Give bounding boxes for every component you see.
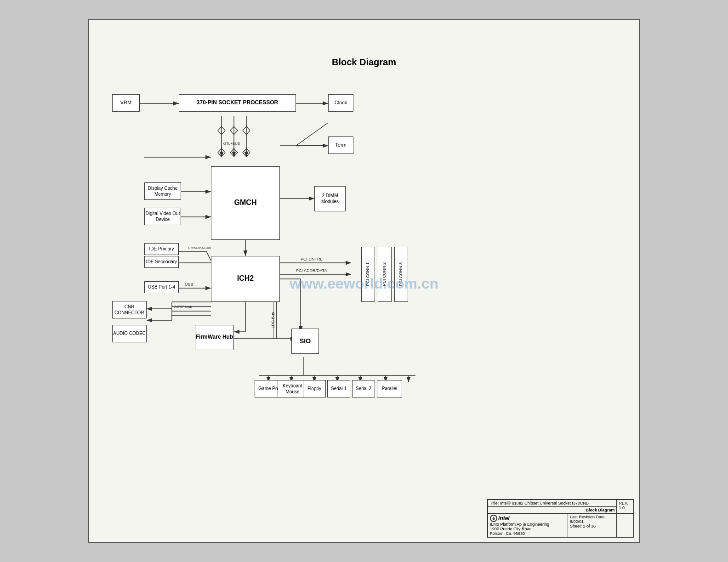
svg-text:UltraDMA/100: UltraDMA/100 <box>188 246 211 250</box>
processor-block: 370-PIN SOCKET PROCESSOR <box>179 94 296 112</box>
pci-conn2-block: PCI CONN 2 <box>378 247 392 302</box>
dimm-block: 2 DIMM Modules <box>314 186 346 211</box>
clock-block: Clock <box>328 94 353 112</box>
svg-text:PCI ADDR/DATA: PCI ADDR/DATA <box>296 268 327 273</box>
gmch-block: GMCH <box>211 166 280 240</box>
svg-marker-13 <box>230 126 238 135</box>
diagram-area: www.eeworld.com.cn <box>98 77 630 490</box>
display-cache-block: Display Cache Memory <box>144 182 181 200</box>
svg-marker-20 <box>230 148 238 157</box>
vrm-block: VRM <box>112 94 140 112</box>
svg-line-22 <box>296 123 328 146</box>
cnr-block: CNR CONNECTOR <box>112 301 147 318</box>
intel-logo: e intel <box>490 515 566 522</box>
svg-marker-21 <box>243 148 250 157</box>
pci-conn1-block: PCI CONN 1 <box>361 247 375 302</box>
ich2-block: ICH2 <box>211 256 280 302</box>
audio-block: AUDIO CODEC <box>112 325 147 342</box>
firmware-block: FirmWare Hub <box>195 325 234 350</box>
svg-text:GTL+BUS: GTL+BUS <box>223 142 240 146</box>
term-block: Term <box>328 136 353 154</box>
serial2-block: Serial 2 <box>352 380 375 397</box>
svg-line-30 <box>206 251 211 261</box>
ide-secondary-block: IDE Secondary <box>144 256 179 268</box>
svg-text:USB: USB <box>185 282 193 287</box>
ide-primary-block: IDE Primary <box>144 243 179 255</box>
usb-block: USB Port 1-4 <box>144 281 179 293</box>
serial1-block: Serial 1 <box>327 380 350 397</box>
svg-marker-19 <box>218 148 225 157</box>
svg-marker-12 <box>218 126 225 135</box>
parallel-block: Parallel <box>377 380 402 397</box>
svg-text:PCI CNTRL: PCI CNTRL <box>301 257 323 261</box>
svg-marker-14 <box>243 126 250 135</box>
page-title: Block Diagram <box>98 57 630 68</box>
digital-video-block: Digital Video Out Device <box>144 208 181 225</box>
floppy-block: Floppy <box>303 380 326 397</box>
title-block: Title: Intel® 810e2 Chipset Universal So… <box>487 499 634 538</box>
lpc-bus-line <box>273 302 277 339</box>
sio-block: SIO <box>291 329 319 354</box>
svg-text:AC'97 Link: AC'97 Link <box>174 305 192 309</box>
pci-conn3-block: PCI CONN 3 <box>394 247 408 302</box>
page: Block Diagram www.eeworld.com.cn <box>88 19 640 543</box>
